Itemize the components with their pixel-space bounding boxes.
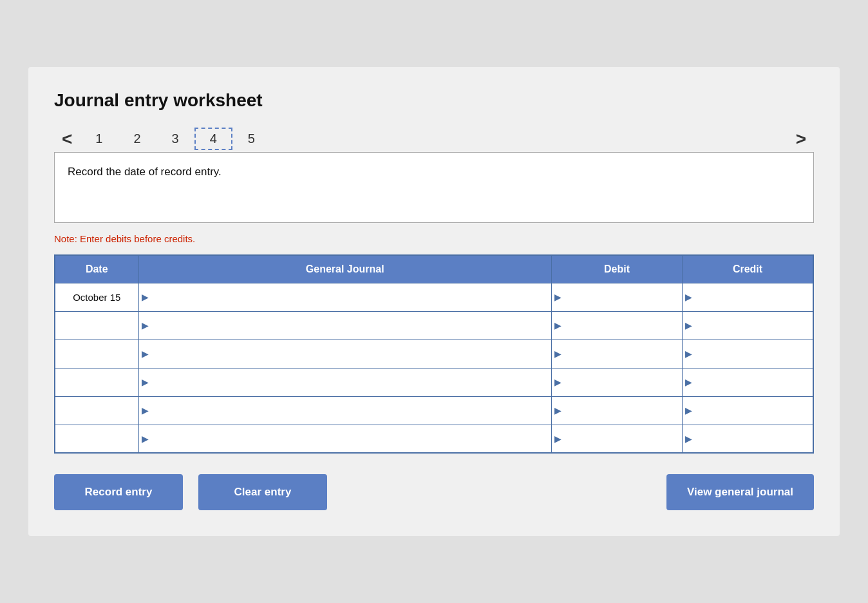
debit-cell-5[interactable]: ▶ [552, 425, 683, 453]
table-row: ▶▶▶ [55, 311, 813, 340]
date-cell-3 [55, 368, 138, 396]
nav-step-1[interactable]: 1 [80, 128, 118, 150]
credit-arrow-5: ▶ [683, 434, 695, 444]
credit-arrow-3: ▶ [683, 377, 695, 387]
prev-arrow[interactable]: < [54, 126, 80, 152]
debit-input-3[interactable] [564, 368, 682, 396]
debit-arrow-0: ▶ [552, 292, 564, 302]
debit-arrow-1: ▶ [552, 320, 564, 330]
credit-input-0[interactable] [695, 283, 813, 311]
credit-input-2[interactable] [695, 340, 813, 368]
debit-arrow-5: ▶ [552, 434, 564, 444]
debit-input-1[interactable] [564, 312, 682, 340]
debit-cell-0[interactable]: ▶ [552, 283, 683, 311]
debit-cell-4[interactable]: ▶ [552, 396, 683, 425]
journal-arrow-4: ▶ [139, 405, 151, 416]
credit-input-5[interactable] [695, 425, 813, 453]
nav-step-2[interactable]: 2 [118, 128, 156, 150]
debit-input-0[interactable] [564, 283, 682, 311]
table-row: October 15▶▶▶ [55, 283, 813, 311]
journal-cell-3[interactable]: ▶ [138, 368, 552, 396]
next-arrow[interactable]: > [788, 126, 814, 152]
journal-input-3[interactable] [151, 368, 552, 396]
header-credit: Credit [683, 255, 814, 283]
instruction-box: Record the date of record entry. [54, 152, 814, 223]
table-header-row: Date General Journal Debit Credit [55, 255, 813, 283]
table-row: ▶▶▶ [55, 368, 813, 396]
journal-input-4[interactable] [151, 397, 552, 425]
instruction-text: Record the date of record entry. [68, 166, 222, 178]
journal-table: Date General Journal Debit Credit Octobe… [54, 254, 814, 454]
nav-steps: 1 2 3 4 5 [80, 128, 434, 150]
journal-arrow-0: ▶ [139, 292, 151, 302]
debit-arrow-2: ▶ [552, 349, 564, 359]
credit-cell-0[interactable]: ▶ [683, 283, 814, 311]
page-title: Journal entry worksheet [54, 90, 814, 111]
journal-input-2[interactable] [151, 340, 552, 368]
journal-cell-0[interactable]: ▶ [138, 283, 552, 311]
clear-entry-button[interactable]: Clear entry [198, 474, 327, 510]
journal-input-0[interactable] [151, 283, 552, 311]
buttons-row: Record entry Clear entry View general jo… [54, 474, 814, 510]
journal-cell-4[interactable]: ▶ [138, 396, 552, 425]
debit-input-4[interactable] [564, 397, 682, 425]
credit-cell-4[interactable]: ▶ [683, 396, 814, 425]
debit-cell-2[interactable]: ▶ [552, 340, 683, 368]
main-container: Journal entry worksheet < 1 2 3 4 5 > Re… [28, 67, 840, 537]
journal-cell-5[interactable]: ▶ [138, 425, 552, 453]
credit-cell-5[interactable]: ▶ [683, 425, 814, 453]
table-row: ▶▶▶ [55, 425, 813, 453]
debit-arrow-4: ▶ [552, 405, 564, 416]
journal-cell-2[interactable]: ▶ [138, 340, 552, 368]
journal-arrow-3: ▶ [139, 377, 151, 387]
journal-cell-1[interactable]: ▶ [138, 311, 552, 340]
debit-arrow-3: ▶ [552, 377, 564, 387]
date-cell-5 [55, 425, 138, 453]
table-row: ▶▶▶ [55, 396, 813, 425]
date-cell-1 [55, 311, 138, 340]
journal-arrow-1: ▶ [139, 320, 151, 330]
credit-arrow-0: ▶ [683, 292, 695, 302]
journal-input-1[interactable] [151, 312, 552, 340]
nav-step-4[interactable]: 4 [194, 128, 232, 150]
debit-cell-1[interactable]: ▶ [552, 311, 683, 340]
table-row: ▶▶▶ [55, 340, 813, 368]
nav-step-5[interactable]: 5 [232, 128, 270, 150]
credit-arrow-1: ▶ [683, 320, 695, 330]
credit-input-4[interactable] [695, 397, 813, 425]
header-date: Date [55, 255, 138, 283]
record-entry-button[interactable]: Record entry [54, 474, 183, 510]
nav-step-3[interactable]: 3 [156, 128, 194, 150]
credit-input-1[interactable] [695, 312, 813, 340]
date-cell-2 [55, 340, 138, 368]
debit-cell-3[interactable]: ▶ [552, 368, 683, 396]
credit-cell-1[interactable]: ▶ [683, 311, 814, 340]
date-cell-4 [55, 396, 138, 425]
note-text: Note: Enter debits before credits. [54, 233, 814, 244]
view-general-journal-button[interactable]: View general journal [666, 474, 814, 510]
journal-input-5[interactable] [151, 425, 552, 453]
header-journal: General Journal [138, 255, 552, 283]
nav-row: < 1 2 3 4 5 > [54, 126, 814, 152]
journal-arrow-2: ▶ [139, 349, 151, 359]
credit-cell-2[interactable]: ▶ [683, 340, 814, 368]
date-cell-0: October 15 [55, 283, 138, 311]
header-debit: Debit [552, 255, 683, 283]
credit-input-3[interactable] [695, 368, 813, 396]
debit-input-5[interactable] [564, 425, 682, 453]
debit-input-2[interactable] [564, 340, 682, 368]
journal-arrow-5: ▶ [139, 434, 151, 444]
credit-arrow-2: ▶ [683, 349, 695, 359]
credit-arrow-4: ▶ [683, 405, 695, 416]
credit-cell-3[interactable]: ▶ [683, 368, 814, 396]
